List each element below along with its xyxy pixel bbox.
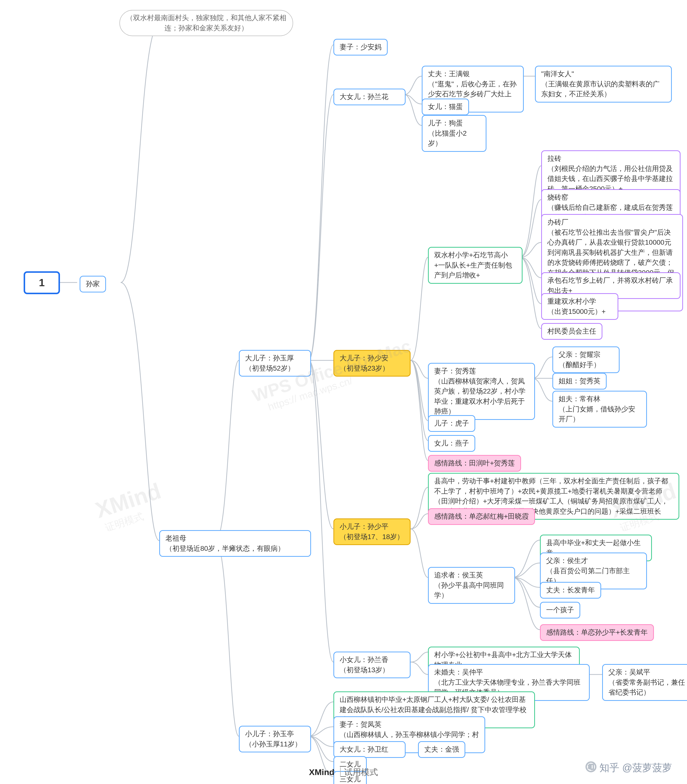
footer: XMind 试用模式	[0, 767, 687, 778]
ssp-lv[interactable]: 感情路线：单恋郝红梅+田晓霞	[428, 508, 535, 525]
footer-mode: 试用模式	[344, 768, 378, 777]
hxl-jf[interactable]: 姐夫：常有林 （上门女婿，借钱孙少安开厂）	[552, 391, 647, 427]
footer-brand: XMind	[309, 768, 334, 777]
ssa-d[interactable]: 女儿：燕子	[428, 435, 475, 452]
ssa-l6[interactable]: 村民委员会主任	[541, 323, 602, 340]
syt-d1[interactable]: 大女儿：孙卫红	[334, 741, 406, 758]
zhihu-watermark: 知乎 @菠萝菠萝	[585, 761, 672, 774]
hxl-j[interactable]: 姐姐：贺秀英	[552, 373, 606, 390]
sunjia-node[interactable]: 孙家	[80, 276, 106, 293]
hyy3[interactable]: 丈夫：长发青年	[540, 582, 601, 598]
ssa-exp[interactable]: 双水村小学+石圪节高小+一队队长+生产责任制包产到户后增收+	[428, 247, 523, 284]
xmind-watermark-l: XMind	[92, 478, 164, 523]
hyy4[interactable]: 一个孩子	[540, 602, 580, 618]
slh-d[interactable]: 女儿：猫蛋	[422, 99, 469, 115]
syh-node[interactable]: 大儿子：孙玉厚 （初登场52岁）	[239, 350, 311, 376]
grandma-node[interactable]: 老祖母 （初登场近80岁，半瘫状态，有眼病）	[159, 530, 311, 557]
syt-d1h[interactable]: 丈夫：金强	[418, 741, 465, 758]
ssp-node[interactable]: 小儿子：孙少平 （初登场17、18岁）	[334, 518, 411, 545]
slh-h2[interactable]: "南洋女人" （王满银在黄原市认识的卖塑料表的广东妇女，不正经关系）	[535, 66, 672, 102]
ssa-node[interactable]: 大儿子：孙少安 （初登场23岁）	[334, 350, 411, 376]
hyy-lv[interactable]: 感情路线：单恋孙少平+长发青年	[540, 624, 654, 641]
hxl-f[interactable]: 父亲：贺耀宗 （酿醋好手）	[552, 347, 620, 373]
ssa-s[interactable]: 儿子：虎子	[428, 415, 475, 432]
ssa-l5[interactable]: 重建双水村小学 （出资15000元）+	[541, 293, 618, 320]
desc-node[interactable]: （双水村最南面村头，独家独院，和其他人家不紧相连；孙家和金家关系友好）	[120, 10, 293, 36]
ssp-zq[interactable]: 追求者：侯玉英 （孙少平县高中同班同学）	[428, 567, 515, 604]
ssa-lv[interactable]: 感情路线：田润叶+贺秀莲	[428, 455, 521, 472]
slh-node[interactable]: 大女儿：孙兰花	[334, 89, 406, 105]
slx-ff[interactable]: 父亲：吴斌平 （省委常务副书记，兼任省纪委书记）	[602, 664, 687, 701]
slx-node[interactable]: 小女儿：孙兰香 （初登场13岁）	[334, 652, 411, 678]
ssa-w[interactable]: 妻子：贺秀莲 （山西柳林镇贺家湾人，贺凤英户族，初登场22岁，村小学毕业；重建双…	[428, 363, 535, 420]
xmind-watermark-l2: 证明模式	[103, 510, 145, 535]
slh-s[interactable]: 儿子：狗蛋 （比猫蛋小2岁）	[422, 115, 486, 152]
syt-node[interactable]: 小儿子：孙玉亭 （小孙玉厚11岁）	[239, 726, 311, 753]
wife-sam[interactable]: 妻子：少安妈	[334, 39, 388, 56]
mindmap-canvas[interactable]: 1 （双水村最南面村头，独家独院，和其他人家不紧相连；孙家和金家关系友好） 孙家…	[0, 0, 687, 784]
wps-watermark-url: https:// mac.wps.cn/	[267, 375, 354, 413]
root-node[interactable]: 1	[24, 271, 60, 294]
